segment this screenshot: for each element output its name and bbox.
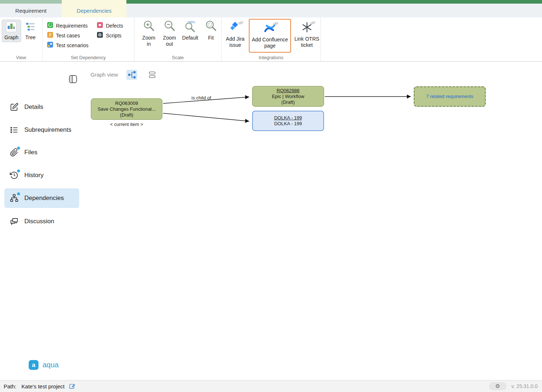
version-label: v. 25.31.0.0 bbox=[511, 383, 538, 389]
set-dependency-defects-button[interactable]: Defects bbox=[97, 21, 123, 30]
collapse-sidebar-button[interactable] bbox=[69, 74, 77, 85]
aqua-logo[interactable]: a aqua bbox=[29, 360, 59, 370]
zoom-in-label-2: in bbox=[147, 41, 151, 47]
sidebar-item-discussion[interactable]: Discussion bbox=[4, 214, 79, 229]
test-cases-label: Test cases bbox=[56, 33, 80, 38]
zoom-in-button[interactable]: Zoom in bbox=[139, 20, 159, 47]
link-overlay-icon bbox=[273, 21, 279, 27]
tab-dependencies[interactable]: Dependencies bbox=[62, 4, 126, 17]
graph-view-icon bbox=[6, 21, 17, 33]
chat-icon bbox=[10, 217, 19, 226]
top-accent-bar bbox=[0, 0, 542, 4]
sidebar-item-subrequirements[interactable]: Subrequirements bbox=[4, 123, 79, 137]
link-otrs-ticket-button[interactable]: Link OTRS ticket bbox=[293, 18, 320, 48]
dependencies-icon bbox=[10, 194, 19, 203]
zoom-fit-icon bbox=[205, 20, 218, 35]
zoom-in-label-1: Zoom bbox=[142, 35, 155, 41]
node-status: (Draft) bbox=[120, 112, 133, 118]
status-bar: Path: Kate's test project ⚙ v. 25.31.0.0 bbox=[0, 380, 542, 392]
node-id-link[interactable]: DOLKA - 199 bbox=[274, 115, 302, 121]
paperclip-icon bbox=[10, 148, 19, 157]
requirements-label: Requirements bbox=[56, 23, 88, 29]
set-dependency-test-scenarios-button[interactable]: Test scenarios bbox=[47, 40, 88, 50]
zoom-out-label-1: Zoom bbox=[163, 35, 176, 41]
tree-view-button[interactable]: Tree bbox=[23, 20, 38, 42]
otrs-icon bbox=[301, 21, 313, 35]
sidebar-item-label: Details bbox=[24, 103, 43, 111]
link-otrs-label-2: ticket bbox=[301, 42, 313, 48]
edit-path-icon[interactable] bbox=[69, 383, 76, 389]
history-badge bbox=[17, 170, 20, 172]
node-related-requirements[interactable]: 7 related requirements bbox=[414, 86, 486, 107]
ribbon-tabs: Requirement Dependencies bbox=[0, 4, 542, 17]
related-requirements-link[interactable]: 7 related requirements bbox=[426, 94, 473, 99]
link-otrs-label-1: Link OTRS bbox=[294, 36, 319, 42]
defects-label: Defects bbox=[106, 23, 123, 29]
current-item-marker: < current item > bbox=[91, 122, 162, 127]
zoom-out-label-2: out bbox=[166, 41, 173, 47]
sidebar-item-files[interactable]: Files bbox=[4, 145, 79, 160]
node-parent-requirement[interactable]: RQ062986 Epic | Workflow (Draft) bbox=[252, 86, 324, 107]
sidebar-item-dependencies[interactable]: Dependencies bbox=[4, 188, 79, 208]
tree-view-icon bbox=[25, 21, 36, 33]
add-jira-issue-button[interactable]: Add Jira issue bbox=[224, 18, 247, 48]
scripts-label: Scripts bbox=[106, 33, 121, 38]
list-layout-toggle[interactable] bbox=[147, 70, 158, 80]
zoom-in-icon bbox=[142, 20, 155, 35]
node-id-link[interactable]: RQ062986 bbox=[277, 88, 300, 94]
node-jira-issue[interactable]: DOLKA - 199 DOLKA - 199 bbox=[252, 111, 324, 131]
node-title: Epic | Workflow bbox=[272, 94, 304, 99]
defects-icon bbox=[97, 22, 103, 29]
tab-requirement[interactable]: Requirement bbox=[0, 4, 62, 17]
edit-icon bbox=[10, 103, 19, 111]
sidebar-item-label: Subrequirements bbox=[24, 126, 71, 134]
sidebar-item-details[interactable]: Details bbox=[4, 100, 79, 114]
set-dependency-test-cases-button[interactable]: Test cases bbox=[47, 30, 88, 40]
set-dependency-scripts-button[interactable]: Scripts bbox=[97, 30, 123, 40]
zoom-default-icon: 100% bbox=[183, 20, 197, 35]
group-label-set-dependency: Set Dependency bbox=[43, 55, 134, 60]
zoom-out-button[interactable]: Zoom out bbox=[159, 20, 179, 47]
ribbon-group-scale: Zoom in Zoom out 100% bbox=[134, 17, 222, 61]
ribbon-empty-space bbox=[321, 17, 542, 61]
scripts-icon bbox=[97, 32, 103, 39]
sidebar-item-label: History bbox=[24, 172, 44, 179]
group-label-integrations: Integrations bbox=[222, 55, 320, 60]
jira-icon bbox=[229, 21, 241, 35]
graph-layout-toggle[interactable] bbox=[126, 70, 137, 80]
zoom-out-icon bbox=[163, 20, 176, 35]
zoom-fit-label: Fit bbox=[208, 35, 214, 41]
set-dependency-requirements-button[interactable]: Requirements bbox=[47, 21, 88, 30]
add-jira-label-2: issue bbox=[229, 42, 241, 48]
graph-view-button[interactable]: Graph bbox=[2, 20, 21, 42]
path-label: Path: bbox=[4, 383, 16, 389]
node-current-requirement[interactable]: RQ063009 Save Changes Functional... (Dra… bbox=[91, 98, 162, 120]
link-overlay-icon bbox=[238, 20, 244, 26]
zoom-default-label: Default bbox=[182, 35, 198, 41]
sidebar-item-label: Files bbox=[24, 149, 37, 156]
node-id: RQ063009 bbox=[115, 101, 138, 106]
sidebar-item-history[interactable]: History bbox=[4, 168, 79, 183]
test-scenarios-icon bbox=[47, 42, 53, 49]
list-icon bbox=[10, 126, 19, 134]
group-label-scale: Scale bbox=[134, 55, 221, 60]
link-overlay-icon bbox=[310, 20, 316, 26]
node-title: Save Changes Functional... bbox=[98, 106, 156, 112]
tree-view-label: Tree bbox=[25, 34, 36, 40]
ribbon: Graph Tree View bbox=[0, 17, 542, 62]
dependency-edges bbox=[0, 62, 542, 380]
path-value: Kate's test project bbox=[21, 383, 65, 389]
history-icon bbox=[10, 171, 19, 180]
node-title: DOLKA - 199 bbox=[274, 121, 302, 127]
zoom-default-button[interactable]: 100% Default bbox=[180, 20, 200, 47]
zoom-fit-button[interactable]: Fit bbox=[201, 20, 221, 47]
top-accent-dependencies bbox=[62, 0, 126, 4]
add-confluence-label-2: page bbox=[264, 43, 276, 49]
ribbon-group-integrations: Add Jira issue Add Conflu bbox=[222, 17, 321, 61]
dependencies-graph-panel: Graph view Details bbox=[0, 62, 542, 380]
ribbon-group-set-dependency: Requirements Test cases Test bbox=[43, 17, 134, 61]
add-confluence-page-button[interactable]: Add Confluence page bbox=[249, 19, 291, 53]
settings-button[interactable]: ⚙ bbox=[489, 382, 506, 390]
aqua-logo-icon: a bbox=[29, 360, 39, 370]
add-confluence-label-1: Add Confluence bbox=[252, 37, 288, 43]
